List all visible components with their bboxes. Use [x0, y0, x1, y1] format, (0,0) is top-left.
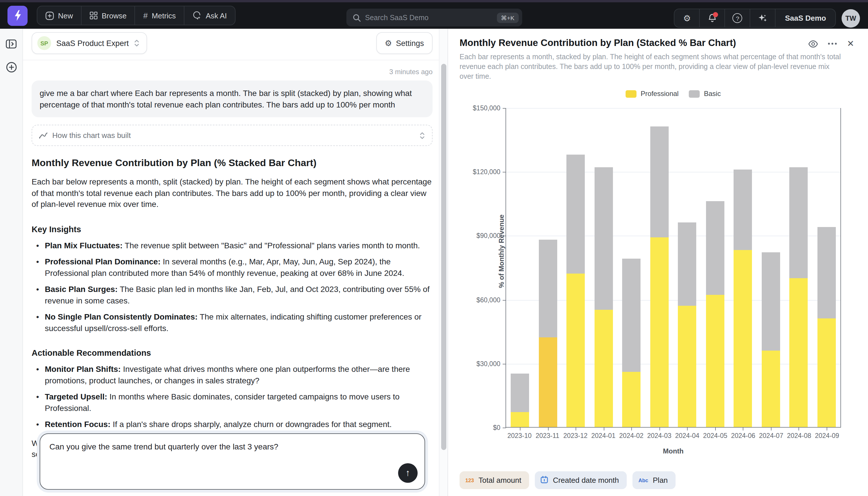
bar-segment-basic[interactable] — [678, 222, 696, 306]
bar-slot — [617, 108, 645, 427]
bar-segment-basic[interactable] — [539, 240, 557, 338]
x-tick-label: 2023-12 — [562, 432, 590, 439]
chip-total-amount[interactable]: 123Total amount — [460, 471, 529, 489]
stacked-bar-2024-08[interactable] — [790, 167, 808, 427]
message-timestamp: 3 minutes ago — [32, 68, 433, 76]
bar-segment-professional[interactable] — [511, 412, 529, 427]
preview-eye-button[interactable] — [808, 40, 818, 47]
settings-gear-button[interactable]: ⚙ — [675, 9, 700, 27]
new-chat-button[interactable] — [5, 62, 17, 75]
y-tick-label: $30,000 — [477, 360, 500, 367]
stacked-bar-2024-07[interactable] — [762, 252, 780, 427]
bar-slot — [590, 108, 617, 427]
bullet-item: No Single Plan Consistently Dominates: T… — [32, 311, 433, 334]
grid-icon — [90, 12, 98, 19]
bar-slot — [562, 108, 590, 427]
legend-item-basic[interactable]: Basic — [689, 90, 721, 98]
stacked-bar-2024-06[interactable] — [734, 169, 752, 427]
bar-segment-basic[interactable] — [762, 252, 780, 350]
send-button[interactable]: ↑ — [398, 463, 418, 483]
bar-segment-professional[interactable] — [762, 350, 780, 427]
close-panel-button[interactable]: ✕ — [847, 38, 854, 49]
bar-segment-professional[interactable] — [539, 338, 557, 427]
bar-segment-basic[interactable] — [706, 201, 724, 295]
legend-item-professional[interactable]: Professional — [626, 90, 679, 98]
bar-segment-professional[interactable] — [650, 237, 669, 427]
composer: Can you give the same trend but quarterl… — [39, 433, 425, 490]
stacked-bar-2023-12[interactable] — [567, 154, 585, 427]
notifications-button[interactable] — [700, 9, 725, 27]
stacked-bar-2024-04[interactable] — [678, 222, 696, 427]
stacked-bar-2024-05[interactable] — [706, 201, 724, 427]
stacked-bar-2024-03[interactable] — [650, 127, 669, 427]
header-divider — [23, 60, 441, 60]
bar-segment-basic[interactable] — [734, 169, 752, 250]
search-input[interactable]: Search SaaS Demo ⌘+K — [346, 9, 522, 27]
bar-segment-basic[interactable] — [790, 167, 808, 278]
y-axis-title: % of Monthly Revenue — [497, 214, 505, 288]
stacked-bar-2023-10[interactable] — [511, 374, 529, 427]
user-message-bubble: give me a bar chart where Each bar repre… — [32, 80, 433, 117]
lightning-bolt-icon — [12, 10, 23, 21]
bar-slot — [701, 108, 729, 427]
bullet-item: Plan Mix Fluctuates: The revenue split b… — [32, 240, 433, 251]
x-axis-labels: 2023-102023-112023-122024-012024-022024-… — [505, 432, 841, 439]
ask-ai-button[interactable]: Ask AI — [184, 6, 235, 25]
bar-segment-basic[interactable] — [595, 167, 613, 310]
bar-segment-basic[interactable] — [623, 259, 641, 372]
bar-segment-basic[interactable] — [817, 227, 836, 319]
bar-slot — [645, 108, 673, 427]
metrics-button[interactable]: # Metrics — [135, 6, 184, 25]
response-title: Monthly Revenue Contribution by Plan (% … — [32, 157, 433, 169]
x-axis-title: Month — [505, 447, 841, 455]
stacked-bar-2024-09[interactable] — [817, 227, 836, 427]
user-avatar[interactable]: TW — [841, 9, 860, 27]
stacked-bar-2024-01[interactable] — [595, 167, 613, 427]
x-tick-mark — [715, 428, 716, 431]
bar-segment-basic[interactable] — [567, 154, 585, 274]
stacked-bar-2024-02[interactable] — [623, 259, 641, 427]
bar-segment-basic[interactable] — [650, 127, 669, 237]
plus-square-icon — [45, 11, 54, 20]
more-options-button[interactable] — [828, 43, 837, 45]
chevron-updown-icon — [134, 39, 140, 47]
top-navbar: New Browse # Metrics Ask AI Search Sa — [0, 0, 868, 29]
bar-segment-professional[interactable] — [567, 274, 585, 427]
bar-segment-professional[interactable] — [595, 310, 613, 427]
bar-segment-professional[interactable] — [734, 250, 752, 427]
ai-sparkles-button[interactable] — [751, 9, 776, 27]
chart-built-expander[interactable]: How this chart was built — [32, 125, 433, 146]
chip-plan[interactable]: AbcPlan — [633, 471, 676, 489]
x-tick-mark — [604, 428, 604, 431]
bar-segment-professional[interactable] — [623, 372, 641, 427]
app-logo[interactable] — [7, 5, 28, 26]
x-tick-mark — [743, 428, 744, 431]
y-tick-mark — [503, 172, 506, 172]
agent-selector[interactable]: SP SaaS Product Expert — [32, 32, 147, 54]
bar-segment-professional[interactable] — [706, 295, 724, 427]
panel-toggle-button[interactable] — [6, 39, 17, 51]
browse-button[interactable]: Browse — [82, 6, 135, 25]
bar-segment-professional[interactable] — [790, 278, 808, 427]
calendar-icon — [541, 476, 548, 483]
bar-segment-basic[interactable] — [511, 374, 529, 412]
response-intro: Each bar below represents a month, split… — [32, 176, 433, 210]
bar-segment-professional[interactable] — [817, 319, 836, 427]
chat-scrollbar-track — [439, 29, 448, 496]
workspace-menu[interactable]: SaaS Demo — [776, 9, 835, 27]
x-tick-label: 2024-03 — [645, 432, 673, 439]
x-tick-mark — [632, 428, 632, 431]
x-tick-mark — [771, 428, 771, 431]
chat-settings-button[interactable]: ⚙ Settings — [376, 32, 433, 54]
composer-input[interactable]: Can you give the same trend but quarterl… — [40, 434, 424, 460]
new-button[interactable]: New — [37, 6, 82, 25]
nav-label-new: New — [58, 11, 73, 20]
bar-segment-professional[interactable] — [678, 306, 696, 427]
chat-scrollbar-thumb[interactable] — [441, 64, 446, 450]
navbar-right: ⚙ ? SaaS Demo TW — [674, 9, 860, 28]
y-tick-mark — [503, 364, 506, 365]
chip-created-date-month[interactable]: Created date month — [535, 471, 627, 489]
stacked-bar-2023-11[interactable] — [539, 240, 557, 427]
bar-slot — [729, 108, 757, 427]
help-button[interactable]: ? — [725, 9, 751, 27]
